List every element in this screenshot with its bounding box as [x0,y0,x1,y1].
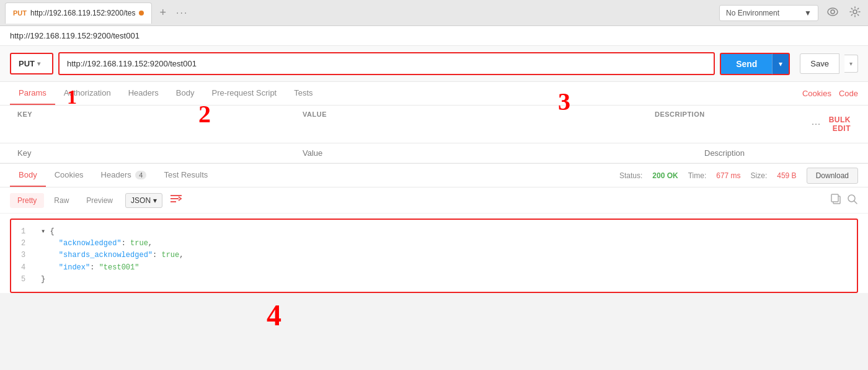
bulk-edit-button[interactable]: Bulk Edit [829,111,851,138]
tab-authorization[interactable]: Authorization [55,82,120,105]
tab-params[interactable]: Params [10,82,55,105]
send-dropdown-button[interactable]: ▾ [772,53,790,75]
time-label: Time: [688,171,707,180]
status-value: 200 OK [652,171,678,180]
description-cell [697,143,858,163]
response-body-tabs: Pretty Raw Preview JSON ▾ [0,187,868,214]
search-response-button[interactable] [847,194,858,207]
save-dropdown-button[interactable]: ▾ [844,55,858,73]
svg-point-2 [853,10,857,14]
tab-modified-dot [139,11,144,16]
tab-body[interactable]: Body [167,82,203,105]
url-input[interactable] [60,53,714,74]
environment-selector[interactable]: No Environment ▼ [719,5,818,21]
code-line-3: 3 "shards_acknowledged": true, [21,250,847,261]
code-link[interactable]: Code [839,89,858,98]
method-dropdown[interactable]: PUT ▾ [10,53,53,74]
code-line-2: 2 "acknowledged": true, [21,238,847,250]
env-label: No Environment [726,9,779,17]
size-label: Size: [751,171,768,180]
response-code-area: 1 ▾ { 2 "acknowledged": true, 3 "shards_… [10,219,858,293]
resp-preview-tab[interactable]: Preview [79,193,120,208]
save-button[interactable]: Save [800,53,839,74]
svg-rect-7 [831,194,838,202]
response-tabs-bar: Body Cookies Headers 4 Test Results Stat… [0,164,868,187]
resp-tab-test-results[interactable]: Test Results [155,164,216,187]
key-cell [10,143,295,163]
resp-tab-body[interactable]: Body [10,164,46,187]
size-value: 459 B [777,171,796,180]
send-button[interactable]: Send [720,53,772,75]
svg-point-0 [828,8,838,16]
more-options-icon[interactable]: ··· [812,120,822,128]
svg-point-1 [831,10,835,14]
resp-pretty-tab[interactable]: Pretty [10,193,44,208]
status-label: Status: [619,171,642,180]
key-input[interactable] [17,148,288,158]
env-arrow-icon: ▼ [804,9,812,17]
cookies-link[interactable]: Cookies [802,89,831,98]
settings-button[interactable] [847,4,863,22]
resp-tab-headers[interactable]: Headers 4 [92,164,156,187]
tab-tests[interactable]: Tests [285,82,321,105]
description-column-header: DESCRIPTION [647,106,808,143]
format-arrow-icon: ▾ [153,196,157,205]
code-line-4: 4 "index": "test001" [21,262,847,274]
value-input[interactable] [303,148,689,158]
format-label: JSON [131,196,151,205]
value-column-header: VALUE [295,106,647,143]
request-tabs: Params Authorization Headers Body Pre-re… [0,82,868,106]
resp-raw-tab[interactable]: Raw [46,193,76,208]
tab-method: PUT [13,9,27,17]
more-tabs-button[interactable]: ··· [171,5,193,21]
format-selector[interactable]: JSON ▾ [125,193,162,208]
copy-response-button[interactable] [831,194,842,207]
key-column-header: KEY [10,106,295,143]
method-arrow-icon: ▾ [37,60,40,67]
time-value: 677 ms [716,171,740,180]
svg-line-9 [854,201,857,204]
new-tab-button[interactable]: + [154,4,171,22]
value-cell [295,143,697,163]
description-input[interactable] [704,148,851,158]
code-line-5: 5 } [21,274,847,286]
tab-prerequest[interactable]: Pre-request Script [203,82,285,105]
word-wrap-button[interactable] [165,192,187,208]
resp-tab-cookies[interactable]: Cookies [46,164,92,187]
request-title: http://192.168.119.152:9200/test001 [0,26,868,46]
eye-button[interactable] [825,5,841,21]
download-button[interactable]: Download [807,168,858,184]
headers-count-badge: 4 [135,171,146,179]
request-tab[interactable]: PUT http://192.168.119.152:9200/tes [5,2,152,24]
tab-url: http://192.168.119.152:9200/tes [30,9,135,17]
code-line-1: 1 ▾ { [21,226,847,238]
tab-headers[interactable]: Headers [120,82,167,105]
method-label: PUT [19,59,35,68]
